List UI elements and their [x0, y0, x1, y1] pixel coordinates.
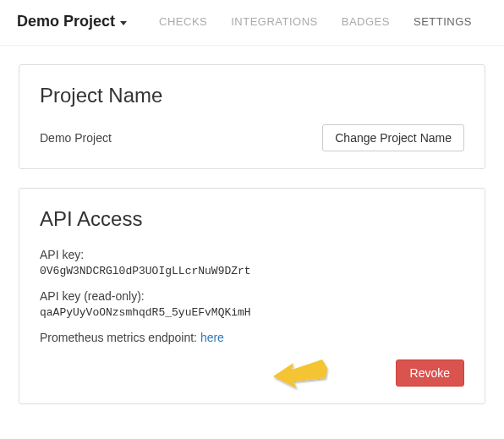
- project-dropdown[interactable]: Demo Project: [17, 13, 127, 30]
- revoke-button[interactable]: Revoke: [396, 359, 464, 387]
- project-name-value: Demo Project: [40, 131, 112, 145]
- prometheus-line: Prometheus metrics endpoint: here: [40, 331, 464, 344]
- chevron-down-icon: [120, 21, 127, 25]
- tab-checks[interactable]: CHECKS: [147, 10, 219, 33]
- api-key-readonly-value: qaAPyUyVoONzsmhqdR5_5yuEFvMQKimH: [40, 306, 464, 319]
- content: Project Name Demo Project Change Project…: [0, 46, 504, 439]
- tab-badges[interactable]: BADGES: [330, 10, 402, 33]
- tab-settings[interactable]: SETTINGS: [402, 10, 484, 33]
- api-access-heading: API Access: [40, 207, 464, 231]
- tab-integrations[interactable]: INTEGRATIONS: [219, 10, 330, 33]
- arrow-annotation-icon: [273, 353, 332, 395]
- api-key-value: 0V6gW3NDCRGl0dP3UOIgLLcrNuW9DZrt: [40, 265, 464, 277]
- project-name: Demo Project: [17, 13, 115, 30]
- prometheus-label: Prometheus metrics endpoint:: [40, 331, 200, 344]
- project-name-heading: Project Name: [40, 84, 464, 107]
- project-name-panel: Project Name Demo Project Change Project…: [19, 64, 485, 169]
- svg-marker-0: [273, 359, 327, 388]
- change-project-name-button[interactable]: Change Project Name: [322, 124, 464, 151]
- api-key-label: API key:: [40, 248, 464, 261]
- nav-tabs: CHECKS INTEGRATIONS BADGES SETTINGS: [147, 10, 484, 33]
- api-key-readonly-label: API key (read-only):: [40, 289, 464, 303]
- prometheus-link[interactable]: here: [200, 331, 224, 344]
- navbar: Demo Project CHECKS INTEGRATIONS BADGES …: [0, 0, 504, 46]
- api-access-panel: API Access API key: 0V6gW3NDCRGl0dP3UOIg…: [19, 188, 485, 404]
